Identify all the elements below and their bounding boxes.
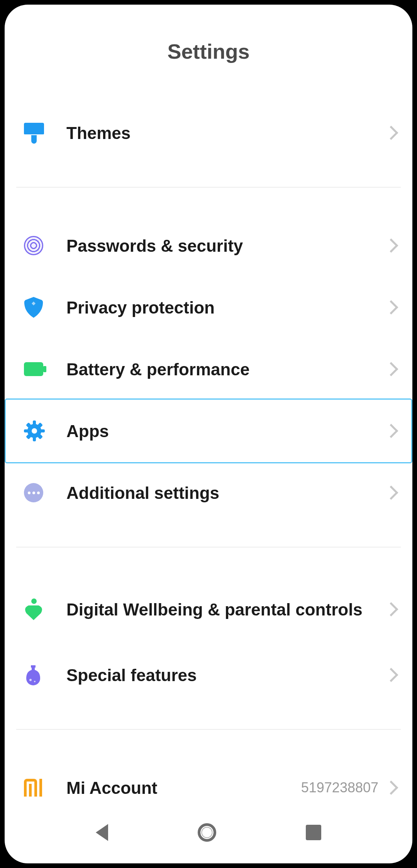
- row-label: Privacy protection: [66, 297, 386, 318]
- chevron-right-icon: [384, 424, 398, 438]
- row-label: Digital Wellbeing & parental controls: [66, 599, 386, 620]
- row-label: Apps: [66, 420, 386, 442]
- svg-rect-3: [24, 429, 29, 432]
- page-title: Settings: [16, 39, 401, 63]
- row-label: Battery & performance: [66, 359, 386, 380]
- section-divider: [16, 547, 401, 548]
- row-label: Themes: [66, 122, 386, 144]
- navigation-bar: [5, 809, 412, 863]
- themes-icon: [24, 123, 44, 143]
- row-passwords-security[interactable]: Passwords & security: [16, 215, 401, 276]
- svg-rect-1: [33, 420, 36, 425]
- row-mi-account[interactable]: Mi Account 5197238807: [16, 757, 401, 809]
- fingerprint-icon: [24, 236, 43, 255]
- ellipsis-icon: [24, 483, 43, 502]
- chevron-right-icon: [384, 126, 398, 140]
- svg-point-11: [34, 681, 36, 682]
- shield-icon: [24, 297, 43, 318]
- row-themes[interactable]: Themes: [16, 102, 401, 164]
- chevron-right-icon: [384, 486, 398, 500]
- row-label: Special features: [66, 665, 386, 686]
- row-label: Additional settings: [66, 482, 386, 504]
- chevron-right-icon: [384, 362, 398, 376]
- section-divider: [16, 187, 401, 188]
- chevron-right-icon: [384, 781, 398, 795]
- row-label: Mi Account: [66, 777, 301, 798]
- battery-icon: [24, 362, 46, 376]
- chevron-right-icon: [384, 602, 398, 617]
- mi-icon: [24, 779, 43, 797]
- nav-recent-button[interactable]: [306, 825, 321, 840]
- gear-icon: [24, 420, 45, 441]
- chevron-right-icon: [384, 300, 398, 315]
- svg-rect-2: [33, 437, 36, 441]
- row-special-features[interactable]: Special features: [16, 644, 401, 706]
- chevron-right-icon: [384, 668, 398, 682]
- wellbeing-icon: [24, 598, 43, 620]
- row-battery-performance[interactable]: Battery & performance: [16, 338, 401, 400]
- flask-icon: [24, 665, 42, 685]
- chevron-right-icon: [384, 239, 398, 253]
- nav-home-button[interactable]: [198, 823, 216, 842]
- row-privacy-protection[interactable]: Privacy protection: [16, 276, 401, 338]
- row-apps[interactable]: Apps: [16, 400, 401, 462]
- row-label: Passwords & security: [66, 235, 386, 256]
- svg-point-10: [29, 679, 32, 681]
- row-digital-wellbeing[interactable]: Digital Wellbeing & parental controls: [16, 575, 401, 644]
- row-value: 5197238807: [301, 780, 378, 796]
- section-divider: [16, 729, 401, 730]
- nav-back-button[interactable]: [96, 824, 108, 841]
- row-additional-settings[interactable]: Additional settings: [16, 462, 401, 524]
- svg-point-9: [32, 428, 37, 434]
- svg-rect-4: [40, 429, 45, 432]
